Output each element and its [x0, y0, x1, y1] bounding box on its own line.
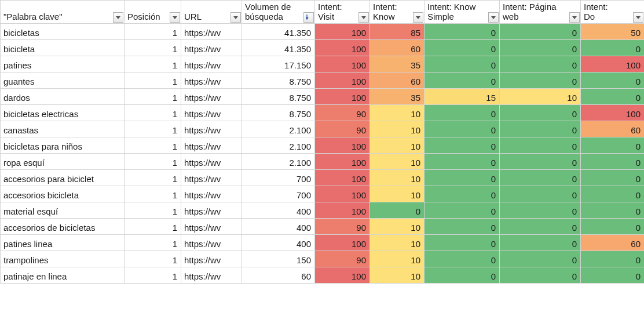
cell-web[interactable]: 0: [500, 267, 581, 284]
cell-knowsimple[interactable]: 15: [425, 89, 500, 105]
cell-knowsimple[interactable]: 0: [425, 267, 500, 284]
cell[interactable]: 2.100: [242, 121, 315, 137]
cell[interactable]: 1: [125, 154, 181, 170]
cell-visit[interactable]: 100: [315, 40, 370, 56]
cell-knowsimple[interactable]: 0: [425, 40, 500, 56]
table-row[interactable]: trampolines1https://wv1509010000: [1, 251, 645, 267]
cell[interactable]: https://wv: [181, 105, 242, 121]
cell-web[interactable]: 0: [500, 121, 581, 137]
cell-visit[interactable]: 100: [315, 267, 370, 284]
cell-knowsimple[interactable]: 0: [425, 72, 500, 89]
cell-web[interactable]: 0: [500, 202, 581, 219]
cell-web[interactable]: 0: [500, 154, 581, 170]
cell[interactable]: 2.100: [242, 137, 315, 154]
cell-visit[interactable]: 100: [315, 24, 370, 40]
cell[interactable]: 1: [125, 40, 181, 56]
header-visit[interactable]: Intent:Visit: [315, 1, 370, 24]
cell-web[interactable]: 0: [500, 72, 581, 89]
cell-do[interactable]: 0: [581, 251, 645, 267]
cell[interactable]: https://wv: [181, 72, 242, 89]
cell[interactable]: 150: [242, 251, 315, 267]
cell[interactable]: accesorios de bicicletas: [1, 219, 125, 235]
cell-know[interactable]: 60: [370, 40, 425, 56]
header-know[interactable]: Intent:Know: [370, 1, 425, 24]
cell[interactable]: 400: [242, 219, 315, 235]
cell[interactable]: bicicleta: [1, 40, 125, 56]
cell-do[interactable]: 0: [581, 170, 645, 186]
cell-do[interactable]: 50: [581, 24, 645, 40]
header-web[interactable]: Intent: Páginaweb: [500, 1, 581, 24]
cell[interactable]: 1: [125, 170, 181, 186]
cell-visit[interactable]: 90: [315, 121, 370, 137]
filter-dropdown-icon[interactable]: [230, 12, 241, 23]
cell-know[interactable]: 35: [370, 89, 425, 105]
cell[interactable]: 700: [242, 186, 315, 202]
cell[interactable]: accesorios bicicleta: [1, 186, 125, 202]
cell[interactable]: 17.150: [242, 56, 315, 72]
cell[interactable]: bicicletas: [1, 24, 125, 40]
cell-know[interactable]: 10: [370, 267, 425, 284]
cell[interactable]: canastas: [1, 121, 125, 137]
cell[interactable]: 400: [242, 202, 315, 219]
cell-do[interactable]: 0: [581, 89, 645, 105]
cell-web[interactable]: 0: [500, 40, 581, 56]
cell[interactable]: https://wv: [181, 56, 242, 72]
table-row[interactable]: ropa esquí1https://wv2.10010010000: [1, 154, 645, 170]
cell[interactable]: patinaje en linea: [1, 267, 125, 284]
cell-know[interactable]: 10: [370, 251, 425, 267]
cell-do[interactable]: 60: [581, 121, 645, 137]
table-row[interactable]: dardos1https://wv8.7501003515100: [1, 89, 645, 105]
cell-do[interactable]: 0: [581, 202, 645, 219]
cell-knowsimple[interactable]: 0: [425, 121, 500, 137]
cell[interactable]: patines linea: [1, 235, 125, 251]
header-volume[interactable]: Volumen debúsqueda: [242, 1, 315, 24]
cell[interactable]: 8.750: [242, 72, 315, 89]
cell[interactable]: bicicletas electricas: [1, 105, 125, 121]
header-knowsimple[interactable]: Intent: KnowSimple: [425, 1, 500, 24]
filter-dropdown-icon[interactable]: [633, 12, 643, 23]
cell[interactable]: https://wv: [181, 40, 242, 56]
cell-visit[interactable]: 100: [315, 89, 370, 105]
table-row[interactable]: accesorios para biciclet1https://wv70010…: [1, 170, 645, 186]
cell[interactable]: 1: [125, 56, 181, 72]
cell-do[interactable]: 0: [581, 154, 645, 170]
cell-web[interactable]: 0: [500, 56, 581, 72]
cell-knowsimple[interactable]: 0: [425, 154, 500, 170]
cell-web[interactable]: 0: [500, 105, 581, 121]
cell[interactable]: 400: [242, 235, 315, 251]
cell-knowsimple[interactable]: 0: [425, 202, 500, 219]
cell-know[interactable]: 10: [370, 186, 425, 202]
cell-visit[interactable]: 90: [315, 219, 370, 235]
filter-dropdown-icon[interactable]: [113, 12, 123, 23]
cell[interactable]: https://wv: [181, 219, 242, 235]
table-row[interactable]: patinaje en linea1https://wv6010010000: [1, 267, 645, 284]
cell[interactable]: https://wv: [181, 235, 242, 251]
cell-knowsimple[interactable]: 0: [425, 137, 500, 154]
cell-knowsimple[interactable]: 0: [425, 235, 500, 251]
cell-do[interactable]: 0: [581, 219, 645, 235]
table-row[interactable]: bicicleta1https://wv41.35010060000: [1, 40, 645, 56]
table-row[interactable]: bicicletas electricas1https://wv8.750901…: [1, 105, 645, 121]
cell-visit[interactable]: 100: [315, 137, 370, 154]
filter-dropdown-icon[interactable]: [569, 12, 580, 23]
cell-know[interactable]: 10: [370, 137, 425, 154]
cell-know[interactable]: 10: [370, 219, 425, 235]
header-do[interactable]: Intent:Do: [581, 1, 645, 24]
cell[interactable]: https://wv: [181, 186, 242, 202]
cell-knowsimple[interactable]: 0: [425, 186, 500, 202]
cell[interactable]: 8.750: [242, 105, 315, 121]
cell-visit[interactable]: 100: [315, 235, 370, 251]
cell-web[interactable]: 0: [500, 219, 581, 235]
cell[interactable]: https://wv: [181, 24, 242, 40]
cell-do[interactable]: 0: [581, 137, 645, 154]
cell[interactable]: 700: [242, 170, 315, 186]
sort-descending-icon[interactable]: [303, 12, 314, 23]
cell-visit[interactable]: 100: [315, 56, 370, 72]
cell[interactable]: 41.350: [242, 40, 315, 56]
table-row[interactable]: accesorios de bicicletas1https://wv40090…: [1, 219, 645, 235]
cell[interactable]: https://wv: [181, 121, 242, 137]
cell-visit[interactable]: 90: [315, 105, 370, 121]
cell-visit[interactable]: 100: [315, 154, 370, 170]
cell-do[interactable]: 0: [581, 40, 645, 56]
cell-do[interactable]: 60: [581, 235, 645, 251]
